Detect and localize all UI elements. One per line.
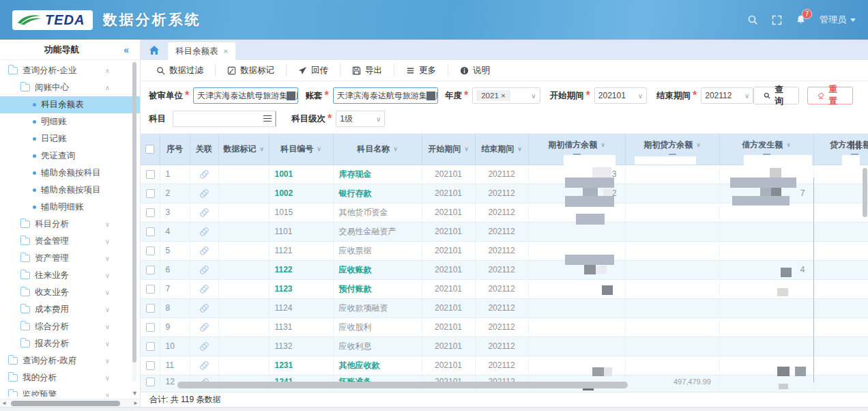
sidebar-item-7[interactable]: 辅助余额按项目 [0, 182, 140, 199]
col-header-6[interactable]: 开始期间∨ [422, 134, 475, 165]
reset-button[interactable]: 重置 [807, 87, 853, 104]
account-set-input[interactable]: 天津滨海泰达航母旅游集团股份 [333, 87, 438, 104]
notifications-bell-icon[interactable]: 7 [796, 14, 806, 25]
row-checkbox[interactable] [146, 304, 155, 313]
link-icon[interactable] [197, 283, 211, 296]
sidebar-item-1[interactable]: 阅账中心∧ [0, 79, 140, 96]
row-checkbox[interactable] [146, 342, 155, 351]
cell-name[interactable]: 银行存款 [333, 184, 422, 203]
sidebar-item-19[interactable]: 监控预警∨ [0, 386, 140, 397]
user-menu[interactable]: 管理员 [820, 14, 856, 26]
sidebar-item-5[interactable]: 凭证查询 [0, 147, 140, 165]
end-period-select[interactable]: 202112 ∨ [701, 87, 753, 104]
table-horizontal-scrollbar[interactable] [177, 382, 628, 388]
link-icon[interactable] [197, 244, 211, 258]
sidebar-item-12[interactable]: 往来业务∨ [0, 267, 140, 284]
sidebar-item-14[interactable]: 成本费用∨ [0, 301, 140, 318]
cell-code[interactable]: 1122 [269, 260, 333, 279]
link-icon[interactable] [197, 321, 211, 335]
scroll-left-arrow-icon[interactable]: ◄ [1, 400, 7, 406]
row-checkbox[interactable] [146, 323, 155, 332]
subject-level-select[interactable]: 1级 ∨ [336, 111, 385, 127]
sidebar-item-13[interactable]: 收支业务∨ [0, 284, 140, 301]
sidebar-item-6[interactable]: 辅助余额按科目 [0, 165, 140, 182]
subject-picker-icon[interactable] [263, 115, 272, 122]
data-mark-button[interactable]: 数据标记 [216, 65, 286, 76]
sort-icon[interactable]: ∨ [464, 145, 469, 152]
query-button[interactable]: 查询 [753, 87, 799, 104]
row-checkbox[interactable] [146, 378, 155, 386]
select-all-header[interactable] [141, 134, 160, 165]
subject-input[interactable] [173, 111, 276, 127]
cell-name[interactable]: 库存现金 [333, 165, 422, 184]
year-select[interactable]: 2021 × ∨ [472, 87, 540, 104]
link-icon[interactable] [197, 225, 211, 239]
column-settings-icon[interactable] [850, 141, 860, 150]
cell-code[interactable]: 1231 [269, 356, 333, 375]
link-icon[interactable] [197, 168, 211, 182]
col-header-3[interactable]: 数据标记∨ [218, 134, 269, 165]
sidebar-horizontal-scrollbar[interactable]: ◄ ► [0, 399, 140, 407]
data-filter-button[interactable]: 数据过滤 [145, 65, 215, 76]
sidebar-item-8[interactable]: 辅助明细账 [0, 199, 140, 216]
cell-code[interactable]: 1002 [269, 184, 333, 203]
link-icon[interactable] [197, 340, 211, 354]
sort-icon[interactable]: ∨ [259, 145, 264, 152]
row-checkbox[interactable] [146, 227, 155, 236]
tab-close-icon[interactable]: × [224, 47, 228, 55]
cell-code[interactable]: 1001 [269, 165, 333, 184]
cell-name[interactable]: 应收账款 [333, 260, 422, 279]
search-icon[interactable] [747, 14, 758, 25]
start-period-select[interactable]: 202101 ∨ [594, 87, 647, 104]
help-button[interactable]: 说明 [448, 65, 502, 76]
audited-unit-input[interactable]: 天津滨海泰达航母旅游集团股份 [193, 87, 298, 104]
sort-icon[interactable]: ∨ [786, 141, 791, 148]
link-icon[interactable] [197, 359, 211, 373]
sort-icon[interactable]: ∨ [517, 145, 522, 152]
home-icon[interactable] [149, 45, 160, 55]
row-checkbox[interactable] [146, 189, 155, 198]
sidebar-item-11[interactable]: 资产管理∨ [0, 250, 140, 267]
link-icon[interactable] [197, 302, 211, 315]
year-tag[interactable]: 2021 × [476, 90, 510, 101]
link-icon[interactable] [197, 206, 211, 220]
sidebar-item-9[interactable]: 科目分析∨ [0, 216, 140, 233]
row-checkbox[interactable] [146, 246, 155, 255]
link-icon[interactable] [197, 264, 211, 277]
table-vertical-scrollbar[interactable] [863, 168, 867, 217]
sort-icon[interactable]: ∨ [393, 145, 398, 152]
sidebar-item-16[interactable]: 报表分析∨ [0, 335, 140, 352]
sidebar-item-15[interactable]: 综合分析∨ [0, 318, 140, 335]
sort-icon[interactable]: ∨ [696, 141, 701, 148]
link-icon[interactable] [197, 187, 211, 201]
sidebar-item-4[interactable]: 日记账 [0, 130, 140, 147]
fullscreen-icon[interactable] [772, 15, 782, 25]
sidebar-item-0[interactable]: 查询分析-企业∧ [0, 62, 140, 79]
export-button[interactable]: 导出 [341, 65, 394, 76]
sidebar-item-3[interactable]: 明细账 [0, 113, 140, 130]
row-checkbox[interactable] [146, 285, 155, 294]
sidebar-item-18[interactable]: 我的分析∨ [0, 369, 140, 386]
tab-subject-balance[interactable]: 科目余额表 × [168, 42, 235, 60]
col-header-7[interactable]: 结束期间∨ [475, 134, 528, 165]
row-checkbox[interactable] [146, 266, 155, 274]
scroll-right-arrow-icon[interactable]: ► [133, 400, 139, 406]
send-back-button[interactable]: 回传 [287, 65, 340, 76]
sidebar-item-2[interactable]: 科目余额表 [0, 96, 140, 113]
select-all-checkbox[interactable] [145, 145, 154, 154]
cell-name[interactable]: 预付账款 [333, 279, 422, 298]
sort-icon[interactable]: ∨ [601, 141, 605, 148]
scroll-down-arrow-icon[interactable]: ▼ [132, 390, 138, 397]
more-button[interactable]: 更多 [394, 65, 448, 76]
sort-icon[interactable]: ∨ [317, 145, 321, 152]
sidebar-item-10[interactable]: 资金管理∨ [0, 233, 140, 250]
col-header-5[interactable]: 科目名称∨ [333, 134, 422, 165]
col-header-4[interactable]: 科目编号∨ [269, 134, 333, 165]
row-checkbox[interactable] [146, 208, 155, 217]
sidebar-vertical-scrollbar[interactable] [132, 62, 136, 382]
sidebar-item-17[interactable]: 查询分析-政府∨ [0, 352, 140, 369]
cell-code[interactable]: 1123 [269, 279, 333, 298]
cell-name[interactable]: 其他应收款 [333, 356, 422, 375]
row-checkbox[interactable] [146, 170, 155, 179]
row-checkbox[interactable] [146, 361, 155, 370]
